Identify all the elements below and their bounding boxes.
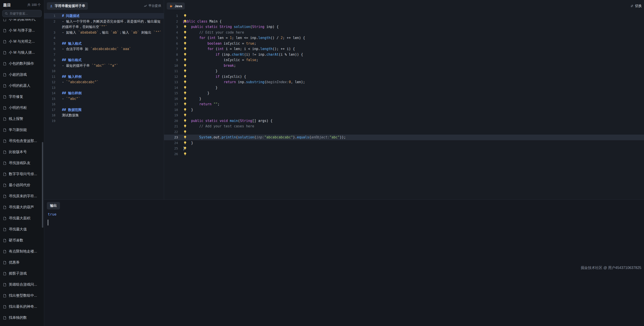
markdown-line[interactable]: 2 - 输入一个字符串，判断其是否完全循环，若是循环的，输出最短的循环子串，否则… bbox=[44, 19, 164, 30]
sidebar-problem-item[interactable]: 小包的数列操作 bbox=[0, 58, 44, 69]
code-line[interactable]: 9 isCyclic = false; bbox=[164, 57, 644, 63]
markdown-line[interactable]: 8 ## 输出格式 bbox=[44, 57, 164, 63]
sidebar-problem-item[interactable]: 寻找包含斐波那... bbox=[0, 136, 44, 147]
lightbulb-icon[interactable] bbox=[184, 47, 187, 51]
markdown-line[interactable]: 18 测试数据集 bbox=[44, 113, 164, 118]
markdown-line[interactable]: 10 bbox=[44, 68, 164, 74]
code-line[interactable]: 7 for (int i = len; i < inp.length(); ++… bbox=[164, 46, 644, 52]
sidebar-problem-item[interactable]: 小 M 的星球时代 bbox=[0, 19, 44, 25]
sidebar-problem-item[interactable]: 摇骰子游戏 bbox=[0, 268, 44, 279]
sidebar-problem-item[interactable]: 比较版本号 bbox=[0, 147, 44, 158]
code-line[interactable]: 20 public static void main(String[] args… bbox=[164, 118, 644, 124]
sidebar-problem-item[interactable]: 小 M 与狼人拯... bbox=[0, 47, 44, 58]
lightbulb-icon[interactable] bbox=[184, 42, 187, 45]
code-line[interactable]: 19 bbox=[164, 113, 644, 118]
code-line[interactable]: 22 bbox=[164, 129, 644, 135]
markdown-line[interactable]: 5 ## 输入格式 bbox=[44, 41, 164, 47]
search-box[interactable] bbox=[2, 10, 42, 17]
sidebar-problem-item[interactable]: 小超的游戏 bbox=[0, 69, 44, 80]
lightbulb-icon[interactable] bbox=[184, 102, 187, 106]
markdown-line[interactable]: 15 - `"abc"` bbox=[44, 96, 164, 102]
markdown-line[interactable]: 14 ## 输出样例 bbox=[44, 90, 164, 96]
code-line[interactable]: 11 } bbox=[164, 68, 644, 74]
code-line[interactable]: 3 public static String solution(String i… bbox=[164, 24, 644, 30]
code-line[interactable]: 25 } bbox=[164, 146, 644, 151]
lightbulb-icon[interactable] bbox=[184, 108, 187, 111]
sidebar-problem-item[interactable]: 寻找最大面积 bbox=[0, 213, 44, 224]
code-line[interactable]: 18 } bbox=[164, 107, 644, 113]
markdown-line[interactable]: 1 # 问题描述 bbox=[44, 13, 164, 19]
sidebar-problem-item[interactable]: 硬币凑数 bbox=[0, 235, 44, 246]
sidebar-problem-item[interactable]: 最小趋同代价 bbox=[0, 180, 44, 191]
markdown-line[interactable]: 7 bbox=[44, 52, 164, 58]
markdown-lines[interactable]: 1 # 问题描述 2 - 输入一个字符串，判断其是否完全循环，若是循环的，输出最… bbox=[44, 12, 164, 124]
lightbulb-icon[interactable] bbox=[184, 75, 187, 78]
lightbulb-icon[interactable] bbox=[184, 58, 187, 62]
lightbulb-icon[interactable] bbox=[184, 25, 187, 29]
lightbulb-icon[interactable] bbox=[184, 119, 187, 122]
code-line[interactable]: 12 if (isCyclic) { bbox=[164, 74, 644, 80]
lightbulb-icon[interactable] bbox=[184, 20, 187, 23]
sidebar-problem-item[interactable]: 寻找最大的葫芦 bbox=[0, 202, 44, 213]
code-line[interactable]: 26 bbox=[164, 151, 644, 157]
lightbulb-icon[interactable] bbox=[184, 86, 187, 89]
code-line[interactable]: 24 } bbox=[164, 140, 644, 146]
lightbulb-icon[interactable] bbox=[184, 64, 187, 67]
lightbulb-icon[interactable] bbox=[184, 14, 187, 17]
lightbulb-icon[interactable] bbox=[184, 141, 187, 145]
code-line[interactable]: 1 bbox=[164, 13, 644, 19]
code-line[interactable]: 8 if (inp.charAt(i) != inp.charAt(i % le… bbox=[164, 52, 644, 58]
code-line[interactable]: 16 } bbox=[164, 96, 644, 102]
markdown-line[interactable]: 11 ## 输入样例 bbox=[44, 74, 164, 80]
sidebar-problem-item[interactable]: 优惠券 bbox=[0, 257, 44, 268]
lightbulb-icon[interactable] bbox=[184, 147, 187, 150]
switch-language-button[interactable]: 切换 bbox=[630, 4, 642, 8]
sidebar-problem-item[interactable]: 小 M 与弹子游... bbox=[0, 25, 44, 36]
lightbulb-icon[interactable] bbox=[184, 97, 187, 100]
sidebar-problem-item[interactable]: 数字字母问号排... bbox=[0, 169, 44, 180]
code-line[interactable]: 15 } bbox=[164, 90, 644, 96]
code-line[interactable]: 6 boolean isCyclic = true; bbox=[164, 41, 644, 47]
lightbulb-icon[interactable] bbox=[184, 36, 187, 40]
markdown-line[interactable]: 6 - 合法字符串 如 `abcabcabcabc` `aaa` bbox=[44, 46, 164, 52]
sidebar-problem-item[interactable]: 寻找原来的字符... bbox=[0, 191, 44, 202]
sidebar-problem-item[interactable]: 寻找最大值 bbox=[0, 224, 44, 235]
markdown-line[interactable]: 17 ## 数据范围 bbox=[44, 107, 164, 113]
sidebar-problem-item[interactable]: 小明的书柜 bbox=[0, 102, 44, 113]
language-badge[interactable]: Java bbox=[167, 3, 185, 10]
markdown-line[interactable]: 13 bbox=[44, 85, 164, 91]
sidebar-problem-item[interactable]: 找单独的数 bbox=[0, 312, 44, 323]
lightbulb-icon[interactable] bbox=[184, 53, 187, 56]
sidebar-problem-item[interactable]: 小明的机器人 bbox=[0, 80, 44, 91]
lightbulb-icon[interactable] bbox=[184, 130, 187, 133]
sidebar-problem-item[interactable]: 英雄组合游戏问... bbox=[0, 279, 44, 290]
sidebar-problem-item[interactable]: 小 M 与光明之... bbox=[0, 36, 44, 47]
markdown-line[interactable]: 9 - 最短的循环子串 `"abc"` `"a"` bbox=[44, 63, 164, 69]
code-line[interactable]: 21 // Add your test cases here bbox=[164, 124, 644, 129]
sidebar-problem-item[interactable]: 找出最长的神奇... bbox=[0, 301, 44, 312]
sidebar-problem-item[interactable]: 学习新技能 bbox=[0, 124, 44, 136]
lightbulb-icon[interactable] bbox=[184, 136, 187, 139]
code-lines[interactable]: 1 2 public class Main { 3 public static … bbox=[164, 12, 644, 157]
lightbulb-icon[interactable] bbox=[184, 80, 187, 84]
lightbulb-icon[interactable] bbox=[184, 91, 187, 95]
sidebar-problem-item[interactable]: 有点限制地走楼... bbox=[0, 246, 44, 257]
search-input[interactable] bbox=[10, 12, 39, 15]
lightbulb-icon[interactable] bbox=[184, 152, 187, 156]
markdown-line[interactable]: 16 bbox=[44, 101, 164, 107]
lightbulb-icon[interactable] bbox=[184, 113, 187, 117]
output-tab[interactable]: 输出 bbox=[47, 202, 60, 209]
markdown-line[interactable]: 4 bbox=[44, 35, 164, 41]
code-line[interactable]: 2 public class Main { bbox=[164, 19, 644, 24]
lightbulb-icon[interactable] bbox=[184, 31, 187, 34]
lightbulb-icon[interactable] bbox=[184, 124, 187, 128]
code-line[interactable]: 23 System.out.println(solution(inp:"abca… bbox=[164, 135, 644, 140]
sidebar-problem-item[interactable]: 寻找游戏队友 bbox=[0, 158, 44, 169]
code-line[interactable]: 14 } bbox=[164, 85, 644, 91]
code-line[interactable]: 13 return inp.substring(beginIndex:0, le… bbox=[164, 79, 644, 85]
sidebar-problem-item[interactable]: 找出整型数组中... bbox=[0, 290, 44, 301]
lightbulb-icon[interactable] bbox=[184, 69, 187, 73]
console-input[interactable] bbox=[48, 220, 641, 226]
code-line[interactable]: 5 for (int len = 1; len <= inp.length() … bbox=[164, 35, 644, 41]
markdown-line[interactable]: 12 - `"abcabcabcabc"` bbox=[44, 79, 164, 85]
